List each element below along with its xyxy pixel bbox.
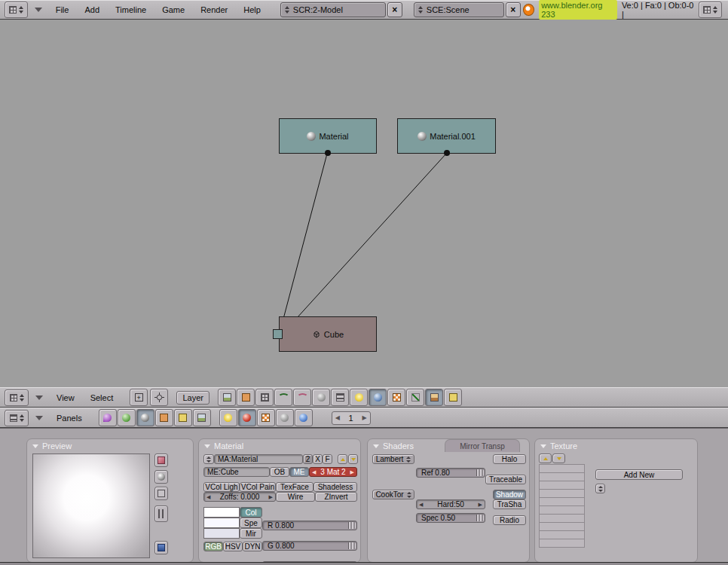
- window-layout-button[interactable]: [699, 2, 722, 18]
- spe-mode-button[interactable]: Spe: [240, 518, 262, 528]
- buttons-collapse-menu-icon[interactable]: [35, 416, 43, 420]
- hsv-mode-button[interactable]: HSV: [223, 542, 243, 551]
- preview-refresh-button[interactable]: [154, 541, 168, 554]
- shadeless-toggle[interactable]: Shadeless: [314, 482, 357, 492]
- toggle-surface-icon[interactable]: [293, 389, 311, 406]
- shading-material-icon[interactable]: [238, 409, 256, 426]
- shading-lamp-icon[interactable]: [219, 409, 237, 426]
- hard-prev-icon[interactable]: ◀: [419, 502, 423, 507]
- toggle-ipo-icon[interactable]: [406, 389, 424, 406]
- me-toggle-button[interactable]: ME: [289, 467, 309, 477]
- context-editing-icon[interactable]: [174, 409, 192, 426]
- hard-next-icon[interactable]: ▶: [479, 502, 482, 507]
- toggle-metaball-icon[interactable]: [312, 389, 330, 406]
- preview-strands-button[interactable]: [154, 505, 168, 522]
- spec-shader-dropdown[interactable]: CookTor: [372, 490, 414, 499]
- oops-window-type-button[interactable]: [5, 389, 29, 406]
- traceable-toggle[interactable]: Traceable: [485, 475, 526, 484]
- mirror-transp-tab[interactable]: Mirror Transp: [445, 439, 520, 452]
- rgb-mode-button[interactable]: RGB: [203, 542, 223, 551]
- green-slider[interactable]: G 0.800: [262, 541, 357, 551]
- context-shading-icon[interactable]: [136, 409, 154, 426]
- zoffs-next-icon[interactable]: ▶: [269, 494, 273, 499]
- vcol-paint-toggle[interactable]: VCol Pain: [240, 482, 276, 492]
- collapse-menu-icon[interactable]: [35, 8, 42, 12]
- dyn-mode-button[interactable]: DYN: [243, 542, 262, 551]
- view-home-button[interactable]: [150, 389, 168, 406]
- window-type-button[interactable]: [5, 2, 28, 18]
- frame-prev-icon[interactable]: ◀: [335, 414, 340, 421]
- context-object-icon[interactable]: [155, 409, 173, 426]
- texture-panel-header[interactable]: Texture: [535, 439, 697, 453]
- layer-button[interactable]: Layer: [176, 391, 210, 405]
- menu-timeline[interactable]: Timeline: [109, 1, 153, 19]
- texture-browse-button[interactable]: [595, 484, 605, 493]
- ob-toggle-button[interactable]: OB: [270, 467, 289, 477]
- oops-node-material-001[interactable]: Material.001: [397, 118, 496, 154]
- menu-panels[interactable]: Panels: [50, 408, 89, 427]
- shadow-toggle[interactable]: Shadow: [493, 490, 526, 499]
- menu-game[interactable]: Game: [155, 1, 191, 19]
- menu-help[interactable]: Help: [237, 1, 268, 19]
- material-fake-user-button[interactable]: F: [323, 454, 332, 464]
- mat-index-next-icon[interactable]: ▶: [350, 469, 354, 475]
- shading-radiosity-icon[interactable]: [276, 409, 294, 426]
- buttons-window-type-button[interactable]: [5, 410, 29, 426]
- menu-render[interactable]: Render: [194, 1, 234, 19]
- halo-toggle[interactable]: Halo: [493, 454, 526, 464]
- toggle-curve-icon[interactable]: [274, 389, 292, 406]
- zoffs-prev-icon[interactable]: ◀: [206, 494, 210, 499]
- toggle-image-icon[interactable]: [425, 389, 443, 406]
- oops-node-material[interactable]: Material: [279, 118, 377, 154]
- hard-number-field[interactable]: ◀ Hard:50 ▶: [416, 499, 485, 509]
- texture-channel-slot[interactable]: [539, 539, 585, 548]
- mir-mode-button[interactable]: Mir: [240, 528, 262, 539]
- screen-close-button[interactable]: ×: [387, 2, 402, 17]
- oops-schematic-viewport[interactable]: Material Material.001 Cube: [0, 20, 728, 387]
- preview-panel-header[interactable]: Preview: [27, 439, 193, 453]
- menu-add[interactable]: Add: [78, 1, 106, 19]
- oops-node-cube[interactable]: Cube: [279, 316, 377, 352]
- toggle-object-icon[interactable]: [237, 389, 255, 406]
- toggle-library-icon[interactable]: [444, 389, 462, 406]
- spec-slider[interactable]: Spec 0.50: [416, 513, 485, 523]
- toggle-mesh-icon[interactable]: [255, 389, 274, 406]
- blender-version-link[interactable]: www.blender.org 233: [539, 0, 617, 20]
- shading-world-icon[interactable]: [295, 409, 313, 426]
- frame-next-icon[interactable]: ▶: [362, 414, 366, 421]
- context-logic-icon[interactable]: [99, 409, 117, 426]
- menu-file[interactable]: File: [49, 1, 76, 19]
- material-index-field[interactable]: ◀ 3 Mat 2 ▶: [309, 467, 357, 477]
- preview-sphere-button[interactable]: [154, 470, 168, 484]
- context-scene-icon[interactable]: [193, 409, 211, 426]
- scene-selector-field[interactable]: SCE:Scene: [414, 2, 504, 17]
- preview-cube-button[interactable]: [154, 487, 168, 500]
- radio-toggle[interactable]: Radio: [493, 515, 526, 525]
- context-script-icon[interactable]: [118, 409, 136, 426]
- material-name-field[interactable]: MA:Material: [214, 454, 303, 464]
- menu-select[interactable]: Select: [84, 388, 121, 407]
- material-unlink-button[interactable]: X: [313, 454, 323, 464]
- diffuse-shader-dropdown[interactable]: Lambert: [372, 454, 414, 464]
- texface-toggle[interactable]: TexFace: [276, 482, 314, 492]
- shading-texture-icon[interactable]: [257, 409, 275, 426]
- scene-close-button[interactable]: ×: [506, 2, 521, 17]
- material-browse-button[interactable]: [203, 454, 214, 464]
- screen-selector-field[interactable]: SCR:2-Model: [280, 2, 386, 17]
- paste-material-button[interactable]: [348, 454, 358, 464]
- oops-collapse-menu-icon[interactable]: [35, 396, 43, 400]
- material-panel-header[interactable]: Material: [199, 439, 360, 453]
- texture-copy-button[interactable]: [539, 454, 552, 463]
- preview-flat-button[interactable]: [154, 454, 168, 467]
- wire-toggle[interactable]: Wire: [276, 492, 315, 502]
- blue-slider[interactable]: B 0.800: [262, 561, 357, 565]
- toggle-texture-icon[interactable]: [387, 389, 405, 406]
- ref-slider[interactable]: Ref 0.80: [416, 468, 485, 478]
- zoffset-number-field[interactable]: ◀ Zoffs: 0.000 ▶: [203, 492, 276, 502]
- col-mode-button[interactable]: Col: [240, 507, 262, 518]
- toggle-material-icon[interactable]: [369, 389, 387, 406]
- copy-material-button[interactable]: [338, 454, 347, 464]
- trasha-toggle[interactable]: TraSha: [493, 499, 526, 509]
- red-slider[interactable]: R 0.800: [262, 521, 357, 530]
- vcol-light-toggle[interactable]: VCol Ligh: [203, 482, 240, 492]
